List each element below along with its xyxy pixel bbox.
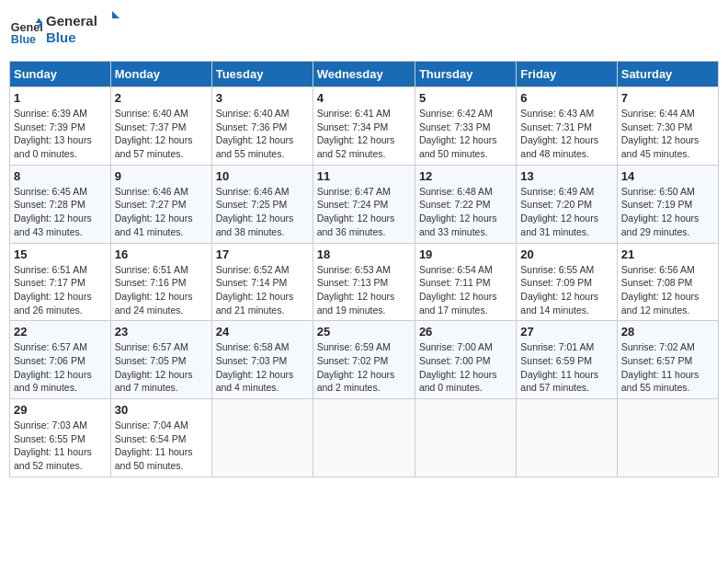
calendar-week-1: 1Sunrise: 6:39 AM Sunset: 7:39 PM Daylig… xyxy=(10,87,719,166)
calendar-cell: 1Sunrise: 6:39 AM Sunset: 7:39 PM Daylig… xyxy=(10,87,111,166)
day-info: Sunrise: 7:02 AM Sunset: 6:57 PM Dayligh… xyxy=(621,340,714,395)
day-info: Sunrise: 6:48 AM Sunset: 7:22 PM Dayligh… xyxy=(419,185,512,239)
day-info: Sunrise: 6:54 AM Sunset: 7:11 PM Dayligh… xyxy=(419,263,512,317)
calendar-cell: 3Sunrise: 6:40 AM Sunset: 7:36 PM Daylig… xyxy=(211,87,313,166)
day-number: 3 xyxy=(216,91,309,105)
calendar-cell: 20Sunrise: 6:55 AM Sunset: 7:09 PM Dayli… xyxy=(517,243,617,321)
day-info: Sunrise: 6:59 AM Sunset: 7:02 PM Dayligh… xyxy=(317,340,411,395)
day-header-thursday: Thursday xyxy=(415,62,516,87)
day-number: 22 xyxy=(14,325,107,339)
calendar-cell: 5Sunrise: 6:42 AM Sunset: 7:33 PM Daylig… xyxy=(415,87,516,166)
calendar-cell: 19Sunrise: 6:54 AM Sunset: 7:11 PM Dayli… xyxy=(415,243,516,321)
calendar-header-row: SundayMondayTuesdayWednesdayThursdayFrid… xyxy=(10,62,719,87)
calendar-cell: 15Sunrise: 6:51 AM Sunset: 7:17 PM Dayli… xyxy=(10,243,111,321)
day-info: Sunrise: 6:46 AM Sunset: 7:25 PM Dayligh… xyxy=(216,185,309,239)
day-number: 23 xyxy=(115,325,208,339)
calendar-cell xyxy=(313,399,415,477)
svg-text:Blue: Blue xyxy=(46,29,76,45)
day-header-friday: Friday xyxy=(517,62,617,87)
page-header: General Blue General Blue xyxy=(9,9,719,53)
day-info: Sunrise: 7:03 AM Sunset: 6:55 PM Dayligh… xyxy=(14,419,107,473)
day-info: Sunrise: 7:01 AM Sunset: 6:59 PM Dayligh… xyxy=(520,340,612,395)
calendar-cell: 10Sunrise: 6:46 AM Sunset: 7:25 PM Dayli… xyxy=(211,165,313,243)
calendar-cell xyxy=(211,399,313,477)
day-number: 30 xyxy=(115,403,208,417)
calendar-week-3: 15Sunrise: 6:51 AM Sunset: 7:17 PM Dayli… xyxy=(10,243,719,321)
calendar-week-4: 22Sunrise: 6:57 AM Sunset: 7:06 PM Dayli… xyxy=(10,321,719,399)
day-number: 17 xyxy=(216,247,309,261)
calendar-cell: 12Sunrise: 6:48 AM Sunset: 7:22 PM Dayli… xyxy=(415,165,516,243)
calendar-cell: 27Sunrise: 7:01 AM Sunset: 6:59 PM Dayli… xyxy=(517,321,617,399)
day-info: Sunrise: 6:45 AM Sunset: 7:28 PM Dayligh… xyxy=(14,185,107,239)
day-info: Sunrise: 6:52 AM Sunset: 7:14 PM Dayligh… xyxy=(216,263,309,317)
day-info: Sunrise: 7:04 AM Sunset: 6:54 PM Dayligh… xyxy=(115,419,208,473)
calendar-cell: 4Sunrise: 6:41 AM Sunset: 7:34 PM Daylig… xyxy=(313,87,415,166)
day-header-sunday: Sunday xyxy=(10,62,111,87)
calendar-cell: 16Sunrise: 6:51 AM Sunset: 7:16 PM Dayli… xyxy=(110,243,211,321)
day-number: 21 xyxy=(621,247,714,261)
day-info: Sunrise: 6:51 AM Sunset: 7:17 PM Dayligh… xyxy=(14,263,107,317)
day-info: Sunrise: 6:50 AM Sunset: 7:19 PM Dayligh… xyxy=(621,185,714,239)
day-info: Sunrise: 6:53 AM Sunset: 7:13 PM Dayligh… xyxy=(317,263,411,317)
calendar-table: SundayMondayTuesdayWednesdayThursdayFrid… xyxy=(9,61,719,477)
day-number: 13 xyxy=(520,169,612,183)
day-info: Sunrise: 6:57 AM Sunset: 7:06 PM Dayligh… xyxy=(14,340,107,395)
day-number: 25 xyxy=(317,325,411,339)
calendar-cell: 13Sunrise: 6:49 AM Sunset: 7:20 PM Dayli… xyxy=(517,165,617,243)
day-info: Sunrise: 6:49 AM Sunset: 7:20 PM Dayligh… xyxy=(520,185,612,239)
day-number: 16 xyxy=(115,247,208,261)
day-info: Sunrise: 6:42 AM Sunset: 7:33 PM Dayligh… xyxy=(419,107,512,161)
calendar-cell: 18Sunrise: 6:53 AM Sunset: 7:13 PM Dayli… xyxy=(313,243,415,321)
day-info: Sunrise: 6:56 AM Sunset: 7:08 PM Dayligh… xyxy=(621,263,714,317)
day-number: 20 xyxy=(520,247,612,261)
day-number: 15 xyxy=(14,247,107,261)
day-info: Sunrise: 6:57 AM Sunset: 7:05 PM Dayligh… xyxy=(115,340,208,395)
day-info: Sunrise: 6:46 AM Sunset: 7:27 PM Dayligh… xyxy=(115,185,208,239)
day-info: Sunrise: 6:44 AM Sunset: 7:30 PM Dayligh… xyxy=(621,107,714,161)
day-number: 8 xyxy=(14,169,107,183)
day-header-saturday: Saturday xyxy=(617,62,718,87)
day-number: 5 xyxy=(419,91,512,105)
calendar-cell xyxy=(415,399,516,477)
day-number: 14 xyxy=(621,169,714,183)
svg-text:Blue: Blue xyxy=(11,33,36,46)
calendar-week-5: 29Sunrise: 7:03 AM Sunset: 6:55 PM Dayli… xyxy=(10,399,719,477)
day-number: 18 xyxy=(317,247,411,261)
logo: General Blue General Blue xyxy=(9,9,119,53)
day-info: Sunrise: 6:47 AM Sunset: 7:24 PM Dayligh… xyxy=(317,185,411,239)
day-number: 1 xyxy=(14,91,107,105)
svg-text:General: General xyxy=(46,13,97,29)
calendar-cell: 14Sunrise: 6:50 AM Sunset: 7:19 PM Dayli… xyxy=(617,165,718,243)
day-header-monday: Monday xyxy=(110,62,211,87)
day-info: Sunrise: 6:58 AM Sunset: 7:03 PM Dayligh… xyxy=(216,340,309,395)
day-number: 10 xyxy=(216,169,309,183)
calendar-cell: 7Sunrise: 6:44 AM Sunset: 7:30 PM Daylig… xyxy=(617,87,718,166)
logo-icon: General Blue xyxy=(9,15,42,48)
day-number: 28 xyxy=(621,325,714,339)
day-info: Sunrise: 6:40 AM Sunset: 7:37 PM Dayligh… xyxy=(115,107,208,161)
calendar-cell: 28Sunrise: 7:02 AM Sunset: 6:57 PM Dayli… xyxy=(617,321,718,399)
day-info: Sunrise: 6:43 AM Sunset: 7:31 PM Dayligh… xyxy=(520,107,612,161)
calendar-cell: 30Sunrise: 7:04 AM Sunset: 6:54 PM Dayli… xyxy=(110,399,211,477)
day-number: 2 xyxy=(115,91,208,105)
calendar-cell: 8Sunrise: 6:45 AM Sunset: 7:28 PM Daylig… xyxy=(10,165,111,243)
day-info: Sunrise: 6:55 AM Sunset: 7:09 PM Dayligh… xyxy=(520,263,612,317)
calendar-cell xyxy=(517,399,617,477)
calendar-cell: 11Sunrise: 6:47 AM Sunset: 7:24 PM Dayli… xyxy=(313,165,415,243)
day-number: 6 xyxy=(520,91,612,105)
day-number: 4 xyxy=(317,91,411,105)
calendar-cell: 9Sunrise: 6:46 AM Sunset: 7:27 PM Daylig… xyxy=(110,165,211,243)
day-info: Sunrise: 6:41 AM Sunset: 7:34 PM Dayligh… xyxy=(317,107,411,161)
calendar-cell: 24Sunrise: 6:58 AM Sunset: 7:03 PM Dayli… xyxy=(211,321,313,399)
calendar-cell: 23Sunrise: 6:57 AM Sunset: 7:05 PM Dayli… xyxy=(110,321,211,399)
day-header-tuesday: Tuesday xyxy=(211,62,313,87)
day-number: 29 xyxy=(14,403,107,417)
day-number: 26 xyxy=(419,325,512,339)
day-number: 11 xyxy=(317,169,411,183)
calendar-cell: 2Sunrise: 6:40 AM Sunset: 7:37 PM Daylig… xyxy=(110,87,211,166)
day-number: 9 xyxy=(115,169,208,183)
calendar-week-2: 8Sunrise: 6:45 AM Sunset: 7:28 PM Daylig… xyxy=(10,165,719,243)
day-number: 27 xyxy=(520,325,612,339)
day-number: 12 xyxy=(419,169,512,183)
day-number: 19 xyxy=(419,247,512,261)
